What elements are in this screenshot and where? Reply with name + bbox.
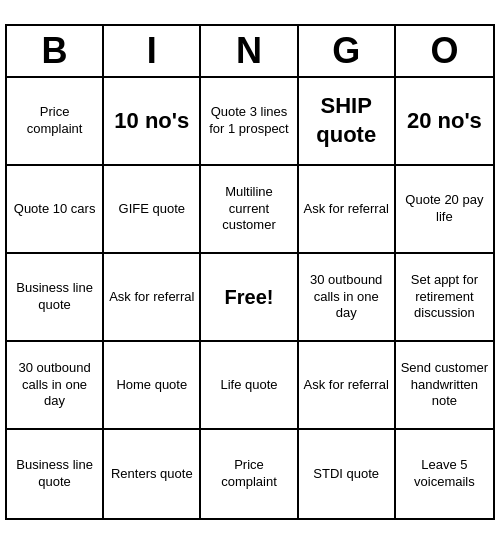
bingo-cell: 30 outbound calls in one day bbox=[299, 254, 396, 342]
bingo-cell: Life quote bbox=[201, 342, 298, 430]
bingo-cell: 10 no's bbox=[104, 78, 201, 166]
bingo-cell: Home quote bbox=[104, 342, 201, 430]
bingo-header-letter: G bbox=[299, 26, 396, 76]
bingo-cell: SHIP quote bbox=[299, 78, 396, 166]
bingo-cell: Set appt for retirement discussion bbox=[396, 254, 493, 342]
bingo-cell: Ask for referral bbox=[299, 166, 396, 254]
bingo-cell: Multiline current customer bbox=[201, 166, 298, 254]
bingo-cell: Business line quote bbox=[7, 430, 104, 518]
bingo-header-letter: I bbox=[104, 26, 201, 76]
bingo-card: BINGO Price complaint10 no'sQuote 3 line… bbox=[5, 24, 495, 520]
bingo-header: BINGO bbox=[7, 26, 493, 78]
bingo-cell: 20 no's bbox=[396, 78, 493, 166]
bingo-cell: Quote 10 cars bbox=[7, 166, 104, 254]
bingo-cell: 30 outbound calls in one day bbox=[7, 342, 104, 430]
bingo-grid: Price complaint10 no'sQuote 3 lines for … bbox=[7, 78, 493, 518]
bingo-cell: Price complaint bbox=[201, 430, 298, 518]
bingo-header-letter: B bbox=[7, 26, 104, 76]
bingo-cell: Quote 3 lines for 1 prospect bbox=[201, 78, 298, 166]
bingo-header-letter: O bbox=[396, 26, 493, 76]
bingo-cell: Send customer handwritten note bbox=[396, 342, 493, 430]
bingo-cell: Ask for referral bbox=[299, 342, 396, 430]
bingo-cell: Business line quote bbox=[7, 254, 104, 342]
bingo-cell: Leave 5 voicemails bbox=[396, 430, 493, 518]
bingo-cell: STDI quote bbox=[299, 430, 396, 518]
free-space-cell: Free! bbox=[201, 254, 298, 342]
bingo-cell: Quote 20 pay life bbox=[396, 166, 493, 254]
bingo-cell: GIFE quote bbox=[104, 166, 201, 254]
bingo-cell: Ask for referral bbox=[104, 254, 201, 342]
bingo-cell: Renters quote bbox=[104, 430, 201, 518]
bingo-cell: Price complaint bbox=[7, 78, 104, 166]
bingo-header-letter: N bbox=[201, 26, 298, 76]
